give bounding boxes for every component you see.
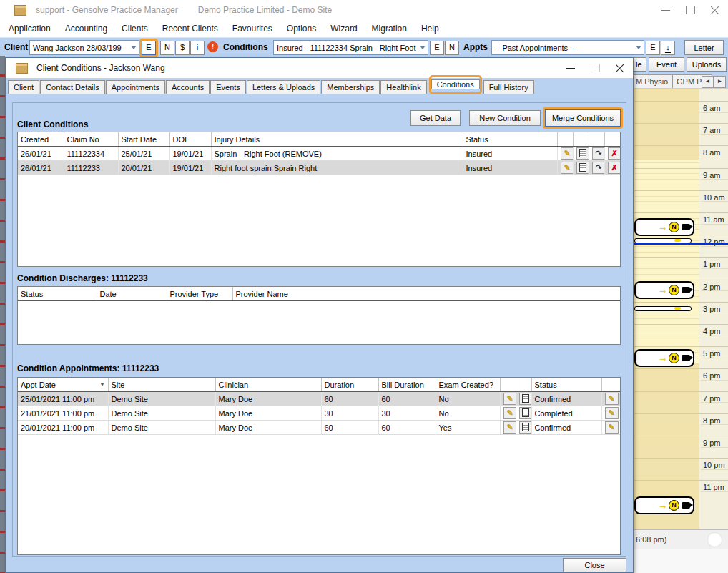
reopen-condition-icon[interactable]: ↷ [592, 162, 605, 174]
status-time-text: 6:08 pm) [636, 535, 666, 544]
edit-status-icon[interactable]: ✎ [605, 407, 619, 419]
chevron-down-icon[interactable] [634, 41, 644, 54]
tab-conditions[interactable]: Conditions [431, 79, 480, 89]
tab-healthlink[interactable]: Healthlink [380, 80, 426, 94]
tab-events[interactable]: Events [210, 80, 246, 94]
dialog-titlebar[interactable]: Client Conditions - Jackson Wang [6, 58, 633, 78]
col-status[interactable]: Status [18, 287, 97, 301]
col-created[interactable]: Created [18, 132, 64, 147]
reopen-condition-icon[interactable]: ↷ [592, 147, 605, 160]
menu-item-help[interactable]: Help [415, 24, 445, 34]
col-provider-name[interactable]: Provider Name [232, 287, 620, 301]
appts-combo[interactable]: -- Past Appointments -- [491, 40, 644, 55]
appointment-block[interactable]: →N [634, 349, 694, 367]
client-edit-button[interactable]: E [142, 41, 156, 55]
tab-contact-details[interactable]: Contact Details [40, 80, 105, 94]
menu-item-favourites[interactable]: Favourites [227, 24, 278, 34]
col-exam-created[interactable]: Exam Created? [436, 378, 500, 392]
edit-appointment-icon[interactable]: ✎ [503, 407, 516, 419]
appointment-row[interactable]: 21/01/2021 11:00 pm Demo Site Mary Doe 3… [18, 406, 620, 421]
col-claim-no[interactable]: Claim No [64, 132, 118, 147]
client-notes-button[interactable]: N [160, 41, 174, 55]
condition-row[interactable]: 26/01/21 111122334 25/01/21 19/01/21 Spr… [18, 147, 620, 161]
condition-form-icon[interactable] [576, 162, 589, 174]
col-bill-duration[interactable]: Bill Duration [378, 378, 436, 392]
col-status[interactable]: Status [531, 378, 601, 392]
col-date[interactable]: Date [97, 287, 167, 301]
tab-memberships[interactable]: Memberships [321, 80, 380, 94]
conditions-combo[interactable]: Insured - 111122334 Sprain - Right Foot [273, 40, 428, 55]
col-clinician[interactable]: Clinician [215, 378, 321, 392]
tab-appointments[interactable]: Appointments [106, 80, 165, 94]
close-button[interactable] [702, 1, 727, 19]
condition-row-selected[interactable]: 26/01/21 11112233 20/01/21 19/01/21 Righ… [18, 161, 620, 175]
minimize-button[interactable] [654, 1, 678, 19]
tab-accounts[interactable]: Accounts [166, 80, 210, 94]
condition-edit-button[interactable]: E [430, 41, 444, 55]
maximize-button[interactable] [678, 1, 702, 19]
delete-condition-icon[interactable]: ✗ [608, 147, 621, 160]
new-condition-button[interactable]: New Condition [469, 110, 541, 126]
edit-condition-icon[interactable]: ✎ [561, 162, 574, 174]
appt-edit-button[interactable]: E [646, 41, 660, 55]
col-injury-details[interactable]: Injury Details [211, 132, 463, 147]
col-doi[interactable]: DOI [169, 132, 211, 147]
appointment-row-selected[interactable]: 25/01/2021 11:00 pm Demo Site Mary Doe 6… [18, 392, 620, 406]
menu-item-recent-clients[interactable]: Recent Clients [157, 24, 224, 34]
menu-item-clients[interactable]: Clients [116, 24, 154, 34]
cal-qline [634, 274, 700, 275]
col-site[interactable]: Site [108, 378, 215, 392]
col-start-date[interactable]: Start Date [118, 132, 169, 147]
edit-appointment-icon[interactable]: ✎ [503, 393, 516, 405]
tab-letters-uploads[interactable]: Letters & Uploads [247, 80, 320, 94]
menu-item-migration[interactable]: Migration [366, 24, 413, 34]
cal-qline [634, 318, 700, 319]
tab-gpm-physio[interactable]: M Physio [631, 74, 677, 88]
appointment-block[interactable] [634, 306, 692, 311]
appointment-form-icon[interactable] [519, 421, 532, 434]
edit-appointment-icon[interactable]: ✎ [503, 421, 516, 434]
appointment-block[interactable]: →N [634, 281, 694, 299]
menu-item-application[interactable]: Application [3, 24, 56, 34]
appointment-block[interactable]: →N [634, 218, 694, 236]
edit-status-icon[interactable]: ✎ [605, 421, 619, 434]
calendar-day-column[interactable]: →N→N→N→N [634, 89, 700, 529]
edit-status-icon[interactable]: ✎ [605, 393, 619, 405]
client-info-button[interactable]: i [190, 41, 205, 55]
close-button[interactable]: Close [563, 558, 626, 572]
col-status[interactable]: Status [463, 132, 557, 147]
menu-item-options[interactable]: Options [281, 24, 322, 34]
event-button[interactable]: Event [649, 57, 684, 72]
appointment-form-icon[interactable] [519, 393, 532, 405]
client-combo[interactable]: Wang Jackson 28/03/199 [29, 40, 139, 55]
dialog-minimize-button[interactable] [559, 59, 583, 77]
sort-desc-icon[interactable]: ▼ [100, 382, 105, 387]
scroll-left-icon[interactable]: ◄ [702, 76, 714, 88]
tab-client[interactable]: Client [8, 80, 39, 94]
edit-condition-icon[interactable]: ✎ [561, 147, 574, 160]
uploads-button[interactable]: Uploads [687, 57, 727, 72]
dialog-close-button[interactable] [607, 59, 631, 77]
col-duration[interactable]: Duration [321, 378, 378, 392]
col-provider-type[interactable]: Provider Type [167, 287, 232, 301]
download-button[interactable]: ↓ [661, 41, 675, 55]
condition-notes-button[interactable]: N [445, 41, 459, 55]
goto-arrow-icon: → [658, 501, 667, 510]
dialog-maximize-button[interactable] [583, 59, 607, 77]
appointment-block[interactable]: →N [634, 496, 694, 514]
scroll-right-icon[interactable]: ► [714, 76, 726, 88]
merge-conditions-button[interactable]: Merge Conditions [545, 109, 621, 127]
chevron-down-icon[interactable] [129, 41, 139, 54]
letter-button[interactable]: Letter [684, 40, 724, 55]
get-data-button[interactable]: Get Data [410, 110, 461, 126]
chevron-down-icon[interactable] [418, 41, 428, 54]
menu-item-accounting[interactable]: Accounting [59, 24, 113, 34]
col-appt-date[interactable]: Appt Date▼ [18, 378, 108, 392]
appointment-form-icon[interactable] [519, 407, 532, 419]
client-billing-button[interactable]: $ [175, 41, 190, 55]
condition-form-icon[interactable] [576, 147, 589, 160]
appointment-row[interactable]: 20/01/2021 11:00 pm Demo Site Mary Doe 6… [18, 421, 620, 435]
menu-item-wizard[interactable]: Wizard [325, 24, 363, 34]
delete-condition-icon[interactable]: ✗ [608, 162, 621, 174]
tab-full-history[interactable]: Full History [483, 80, 534, 94]
